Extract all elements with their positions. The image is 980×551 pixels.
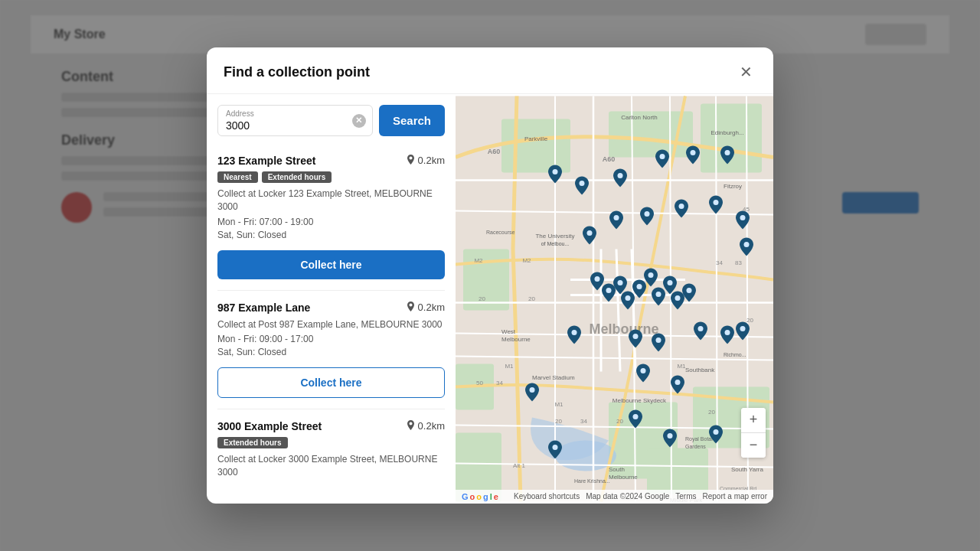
map-footer: Google Keyboard shortcuts Map data ©2024… (456, 490, 773, 504)
svg-text:Racecourse: Racecourse (486, 230, 514, 235)
svg-text:34: 34 (496, 380, 503, 386)
svg-point-80 (645, 211, 650, 217)
tag-extended-3: Extended hours (217, 437, 288, 448)
map-container: Parkville Carlton North Edinburgh... Rac… (456, 94, 773, 504)
modal-body: Address 3000 ✕ Search 123 Example Street (207, 94, 773, 504)
tag-nearest: Nearest (217, 171, 258, 183)
svg-point-82 (714, 200, 719, 205)
zoom-controls: + − (741, 408, 766, 458)
svg-point-78 (587, 230, 593, 236)
svg-rect-1 (501, 119, 570, 173)
svg-text:of Melbou...: of Melbou... (541, 241, 570, 246)
result-name-2: 987 Example Lane (217, 302, 310, 314)
zoom-in-button[interactable]: + (741, 408, 766, 432)
result-item-1: 123 Example Street 0.2km Nearest Extende… (217, 144, 445, 291)
result-hours-weekend-2: Sat, Sun: Closed (217, 347, 445, 357)
svg-text:20: 20 (528, 295, 535, 302)
clear-address-button[interactable]: ✕ (352, 114, 366, 128)
svg-text:34: 34 (580, 418, 587, 425)
svg-point-91 (656, 292, 662, 297)
result-tags-1: Nearest Extended hours (217, 171, 445, 183)
google-g2: g (483, 492, 488, 501)
svg-point-102 (740, 326, 746, 331)
svg-point-85 (595, 276, 600, 282)
keyboard-shortcuts-link[interactable]: Keyboard shortcuts (514, 492, 580, 500)
result-name-1: 123 Example Street (217, 155, 315, 167)
svg-text:Melbourne: Melbourne (501, 336, 531, 343)
modal-title: Find a collection point (224, 64, 370, 80)
svg-rect-4 (463, 249, 509, 311)
svg-text:M1: M1 (554, 401, 564, 408)
svg-text:M1: M1 (677, 363, 686, 370)
address-label: Address (226, 109, 254, 118)
svg-point-95 (572, 330, 577, 335)
svg-point-94 (687, 288, 692, 293)
svg-text:Southbank: Southbank (685, 367, 715, 373)
svg-text:Gardens: Gardens (685, 444, 706, 449)
map-svg: Parkville Carlton North Edinburgh... Rac… (456, 94, 773, 504)
svg-point-90 (648, 272, 654, 278)
svg-point-72 (553, 169, 558, 174)
result-hours-weekend-1: Sat, Sun: Closed (217, 230, 445, 240)
svg-text:M2: M2 (474, 257, 483, 264)
svg-text:20: 20 (616, 418, 623, 425)
map-links: Keyboard shortcuts Map data ©2024 Google… (514, 492, 767, 500)
svg-point-81 (679, 204, 684, 209)
svg-text:Parkville: Parkville (524, 135, 548, 142)
svg-point-83 (740, 215, 746, 220)
result-item-2: 987 Example Lane 0.2km Collect at Post 9… (217, 291, 445, 410)
result-address-3: Collect at Locker 3000 Example Street, M… (217, 453, 445, 479)
google-logo: Google (462, 492, 498, 501)
svg-text:20: 20 (746, 317, 753, 324)
result-address-2: Collect at Post 987 Example Lane, MELBOU… (217, 318, 445, 331)
svg-text:20: 20 (708, 409, 715, 416)
google-l: l (490, 492, 492, 501)
svg-text:Melbourne: Melbourne (589, 321, 658, 337)
collect-button-2[interactable]: Collect here (217, 367, 445, 398)
zoom-out-button[interactable]: − (741, 433, 766, 458)
svg-point-73 (580, 181, 585, 186)
svg-text:Carlton North: Carlton North (621, 114, 658, 121)
svg-point-103 (530, 387, 535, 393)
svg-text:A60: A60 (603, 155, 616, 163)
search-button[interactable]: Search (379, 105, 445, 136)
svg-point-100 (641, 368, 646, 373)
svg-point-77 (725, 150, 730, 155)
result-address-1: Collect at Locker 123 Example Street, ME… (217, 187, 445, 214)
result-header-3: 3000 Example Street 0.2km (217, 420, 445, 432)
svg-point-88 (626, 295, 631, 301)
svg-point-101 (675, 380, 681, 385)
svg-point-89 (637, 284, 642, 289)
report-map-error-link[interactable]: Report a map error (703, 492, 767, 500)
search-bar: Address 3000 ✕ Search (207, 94, 456, 144)
svg-point-76 (691, 150, 696, 155)
svg-text:83: 83 (735, 259, 742, 266)
svg-text:Melbourne Skydeck: Melbourne Skydeck (612, 397, 667, 404)
google-o1: o (470, 492, 475, 501)
svg-text:Marvel Stadium: Marvel Stadium (532, 374, 575, 381)
svg-text:M1: M1 (505, 363, 514, 370)
svg-text:34: 34 (716, 259, 723, 266)
svg-text:South: South (609, 466, 625, 473)
svg-point-79 (614, 215, 619, 220)
svg-point-75 (660, 154, 665, 159)
svg-point-84 (744, 242, 750, 247)
svg-point-106 (714, 429, 719, 435)
pin-icon-1 (406, 155, 416, 166)
close-button[interactable]: ✕ (735, 61, 756, 83)
collect-button-1[interactable]: Collect here (217, 250, 445, 279)
pin-icon-3 (406, 420, 416, 432)
svg-text:The University: The University (535, 233, 574, 240)
result-hours-weekday-2: Mon - Fri: 09:00 - 17:00 (217, 334, 445, 344)
result-distance-1: 0.2km (406, 155, 445, 166)
pin-icon-2 (406, 302, 416, 313)
result-header-2: 987 Example Lane 0.2km (217, 302, 445, 314)
result-item-3: 3000 Example Street 0.2km Extended hours… (217, 409, 445, 493)
terms-link[interactable]: Terms (675, 492, 696, 500)
tag-extended: Extended hours (262, 171, 332, 183)
svg-text:South Yarra: South Yarra (731, 466, 764, 473)
result-hours-weekday-1: Mon - Fri: 07:00 - 19:00 (217, 217, 445, 227)
svg-text:Richmo...: Richmo... (724, 352, 746, 357)
svg-point-74 (618, 173, 623, 178)
map-data-text: Map data ©2024 Google (586, 492, 669, 500)
